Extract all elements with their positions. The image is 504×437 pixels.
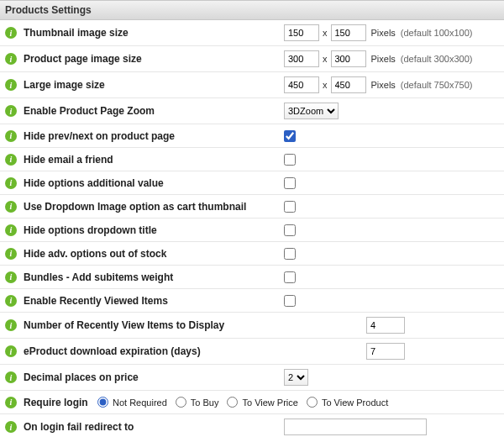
radio-not-required[interactable]: Not Required: [97, 397, 167, 408]
label-hide-adv-oos: Hide adv. options out of stock: [24, 248, 284, 260]
panel-title: Products Settings: [5, 4, 92, 16]
radio-to-view-product-label: To View Product: [322, 398, 388, 408]
recently-viewed-checkbox[interactable]: [284, 295, 296, 307]
thumbnail-height-input[interactable]: [331, 24, 366, 41]
row-eproduct-expire: i eProduct download expiration (days): [0, 339, 504, 365]
x-separator: x: [323, 28, 328, 38]
row-hide-dropdown-title: i Hide options dropdown title: [0, 218, 504, 242]
hide-adv-oos-checkbox[interactable]: [284, 248, 296, 260]
label-thumbnail-size: Thumbnail image size: [24, 27, 284, 39]
row-large-size: i Large image size x Pixels (default 750…: [0, 72, 504, 98]
page-zoom-select[interactable]: 3DZoom: [284, 103, 339, 119]
row-page-zoom: i Enable Product Page Zoom 3DZoom: [0, 98, 504, 124]
panel-header: Products Settings: [0, 0, 504, 20]
label-recent-count: Number of Recently View Items to Display: [24, 319, 284, 331]
info-icon[interactable]: i: [5, 201, 17, 213]
label-hide-email-friend: Hide email a friend: [24, 154, 284, 166]
row-recently-viewed: i Enable Recently Viewed Items: [0, 289, 504, 313]
large-hint: (default 750x750): [401, 80, 473, 90]
info-icon[interactable]: i: [5, 105, 17, 117]
row-dropdown-cart-thumb: i Use Dropdown Image option as cart thum…: [0, 195, 504, 218]
row-hide-prev-next: i Hide prev/next on product page: [0, 124, 504, 148]
radio-to-view-price[interactable]: To View Price: [227, 397, 297, 408]
radio-to-view-price-input[interactable]: [227, 397, 238, 408]
radio-to-buy-input[interactable]: [176, 397, 186, 408]
info-icon[interactable]: i: [5, 53, 17, 65]
x-separator: x: [323, 80, 328, 90]
label-page-zoom: Enable Product Page Zoom: [24, 105, 284, 117]
recent-count-input[interactable]: [366, 317, 405, 334]
radio-to-view-product-input[interactable]: [307, 397, 318, 408]
row-productpage-size: i Product page image size x Pixels (defa…: [0, 46, 504, 72]
label-eproduct-expire: eProduct download expiration (days): [24, 345, 284, 357]
label-hide-options-value: Hide options additional value: [24, 177, 284, 189]
label-recently-viewed: Enable Recently Viewed Items: [24, 295, 284, 307]
info-icon[interactable]: i: [5, 224, 17, 236]
large-width-input[interactable]: [284, 76, 319, 93]
row-hide-email-friend: i Hide email a friend: [0, 148, 504, 171]
hide-options-value-checkbox[interactable]: [284, 177, 296, 189]
label-login-fail-redirect: On login fail redirect to: [24, 421, 284, 433]
radio-to-buy[interactable]: To Buy: [176, 397, 219, 408]
radio-not-required-label: Not Required: [113, 398, 167, 408]
radio-to-buy-label: To Buy: [191, 398, 219, 408]
thumbnail-hint: (default 100x100): [401, 28, 473, 38]
hide-dropdown-title-checkbox[interactable]: [284, 224, 296, 236]
hide-email-friend-checkbox[interactable]: [284, 154, 296, 166]
decimal-places-select[interactable]: 2: [284, 369, 308, 386]
info-icon[interactable]: i: [5, 130, 17, 142]
info-icon[interactable]: i: [5, 397, 17, 408]
row-hide-adv-oos: i Hide adv. options out of stock: [0, 242, 504, 266]
info-icon[interactable]: i: [5, 295, 17, 307]
label-large-size: Large image size: [24, 79, 284, 91]
row-bundles-weight: i Bundles - Add subitems weight: [0, 266, 504, 289]
label-decimal-places: Decimal places on price: [24, 371, 284, 383]
row-decimal-places: i Decimal places on price 2: [0, 365, 504, 391]
row-thumbnail-size: i Thumbnail image size x Pixels (default…: [0, 20, 504, 46]
productpage-height-input[interactable]: [331, 50, 366, 67]
require-login-radio-group: Not Required To Buy To View Price To Vie…: [97, 397, 499, 408]
info-icon[interactable]: i: [5, 177, 17, 189]
label-productpage-size: Product page image size: [24, 53, 284, 65]
pixels-label: Pixels: [371, 54, 396, 64]
radio-to-view-product[interactable]: To View Product: [307, 397, 388, 408]
info-icon[interactable]: i: [5, 319, 17, 331]
control-productpage-size: x Pixels (default 300x300): [284, 50, 499, 67]
x-separator: x: [323, 54, 328, 64]
info-icon[interactable]: i: [5, 371, 17, 383]
info-icon[interactable]: i: [5, 154, 17, 166]
radio-to-view-price-label: To View Price: [242, 398, 297, 408]
productpage-width-input[interactable]: [284, 50, 319, 67]
radio-not-required-input[interactable]: [97, 397, 108, 408]
control-page-zoom: 3DZoom: [284, 103, 499, 119]
row-recent-count: i Number of Recently View Items to Displ…: [0, 313, 504, 339]
label-bundles-weight: Bundles - Add subitems weight: [24, 271, 284, 283]
eproduct-expire-input[interactable]: [366, 343, 405, 360]
pixels-label: Pixels: [371, 28, 396, 38]
settings-rows: i Thumbnail image size x Pixels (default…: [0, 20, 504, 437]
control-large-size: x Pixels (default 750x750): [284, 76, 499, 93]
label-require-login: Require login: [24, 397, 97, 408]
info-icon[interactable]: i: [5, 345, 17, 357]
dropdown-cart-thumb-checkbox[interactable]: [284, 201, 296, 213]
bundles-weight-checkbox[interactable]: [284, 271, 296, 283]
label-hide-prev-next: Hide prev/next on product page: [24, 130, 284, 142]
row-hide-options-value: i Hide options additional value: [0, 171, 504, 195]
info-icon[interactable]: i: [5, 27, 17, 39]
productpage-hint: (default 300x300): [401, 54, 473, 64]
row-login-fail-redirect: i On login fail redirect to: [0, 414, 504, 437]
thumbnail-width-input[interactable]: [284, 24, 319, 41]
info-icon[interactable]: i: [5, 79, 17, 91]
info-icon[interactable]: i: [5, 421, 17, 433]
hide-prev-next-checkbox[interactable]: [284, 130, 296, 142]
control-thumbnail-size: x Pixels (default 100x100): [284, 24, 499, 41]
info-icon[interactable]: i: [5, 271, 17, 283]
large-height-input[interactable]: [331, 76, 366, 93]
label-dropdown-cart-thumb: Use Dropdown Image option as cart thumbn…: [24, 201, 284, 213]
row-require-login: i Require login Not Required To Buy To V…: [0, 391, 504, 414]
label-hide-dropdown-title: Hide options dropdown title: [24, 224, 284, 236]
pixels-label: Pixels: [371, 80, 396, 90]
login-fail-redirect-input[interactable]: [284, 419, 427, 435]
info-icon[interactable]: i: [5, 248, 17, 260]
